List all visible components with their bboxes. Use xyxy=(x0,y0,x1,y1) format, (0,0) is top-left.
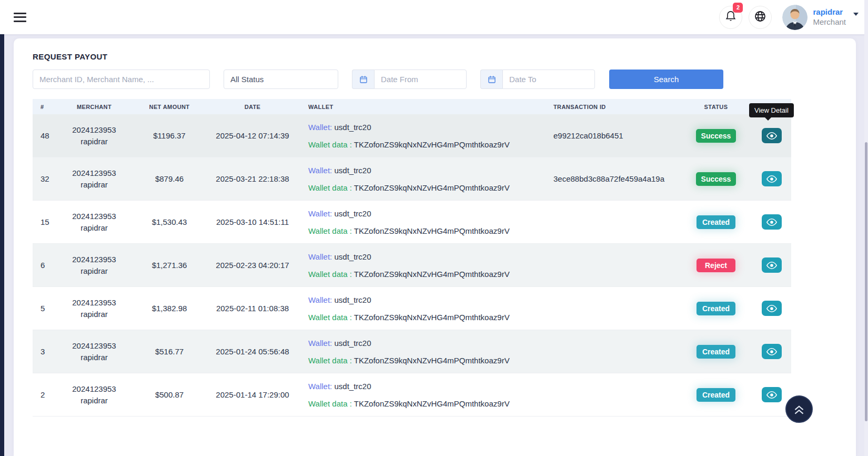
header-txn: TRANSACTION ID xyxy=(548,104,680,110)
merchant-id: 2024123953 xyxy=(56,254,133,265)
row-cell-wallet: Wallet: usdt_trc20 Wallet data : TKZofon… xyxy=(299,378,548,412)
wallet-value: usdt_trc20 xyxy=(334,382,371,391)
row-cell-actions xyxy=(752,257,791,273)
page-scrollbar[interactable] xyxy=(864,0,868,456)
row-cell-merchant: 2024123953 rapidrar xyxy=(56,167,133,191)
table-body: 48 2024123953 rapidrar $1196.37 2025-04-… xyxy=(33,114,791,417)
wallet-data-label: Wallet data : xyxy=(308,140,352,149)
row-cell-wallet: Wallet: usdt_trc20 Wallet data : TKZofon… xyxy=(299,291,548,326)
header-amount: NET AMOUNT xyxy=(133,104,206,110)
notifications-button[interactable]: 2 xyxy=(719,6,742,29)
status-select[interactable]: All Status xyxy=(224,70,338,89)
row-cell-status: Success xyxy=(680,172,752,186)
search-button[interactable]: Search xyxy=(609,70,723,89)
row-cell-date: 2025-04-12 07:14:39 xyxy=(206,131,299,140)
table-row: 6 2024123953 rapidrar $1,271.36 2025-02-… xyxy=(33,244,791,287)
view-detail-button[interactable] xyxy=(762,301,782,316)
filter-bar: All Status Search xyxy=(33,70,856,89)
globe-icon xyxy=(754,10,766,25)
header-date: DATE xyxy=(206,104,299,110)
row-cell-wallet: Wallet: usdt_trc20 Wallet data : TKZofon… xyxy=(299,334,548,369)
eye-icon xyxy=(766,132,777,140)
merchant-name: rapidrar xyxy=(56,265,133,277)
view-detail-button[interactable] xyxy=(762,344,782,359)
top-navbar: 2 xyxy=(0,0,868,34)
merchant-id: 2024123953 xyxy=(56,167,133,179)
row-cell-amount: $1,271.36 xyxy=(133,261,206,270)
merchant-name: rapidrar xyxy=(56,179,133,191)
scrollbar-thumb[interactable] xyxy=(865,142,867,421)
merchant-name: rapidrar xyxy=(56,222,133,234)
wallet-data-value: TKZofonZS9kqNxNZvHG4mPQmthtkoaz9rV xyxy=(354,399,510,408)
row-cell-wallet: Wallet: usdt_trc20 Wallet data : TKZofon… xyxy=(299,118,548,153)
user-menu[interactable]: rapidrar Merchant xyxy=(782,5,859,30)
view-detail-button[interactable] xyxy=(762,257,782,273)
wallet-label: Wallet: xyxy=(308,382,332,391)
row-cell-amount: $879.46 xyxy=(133,174,206,183)
language-button[interactable] xyxy=(749,6,772,29)
row-cell-id: 5 xyxy=(33,304,56,313)
status-badge: Success xyxy=(696,129,736,143)
view-detail-tooltip: View Detail xyxy=(749,103,794,117)
date-from-input[interactable] xyxy=(374,70,467,89)
wallet-data-value: TKZofonZS9kqNxNZvHG4mPQmthtkoaz9rV xyxy=(354,313,510,322)
row-cell-date: 2025-02-11 01:08:38 xyxy=(206,304,299,313)
wallet-data-value: TKZofonZS9kqNxNZvHG4mPQmthtkoaz9rV xyxy=(354,140,510,149)
row-cell-amount: $1,530.43 xyxy=(133,217,206,226)
scroll-to-top-button[interactable] xyxy=(785,395,813,423)
row-cell-actions xyxy=(752,301,791,316)
view-detail-button[interactable] xyxy=(762,128,782,143)
eye-icon xyxy=(766,348,777,356)
row-cell-status: Created xyxy=(680,302,752,315)
table-row: 48 2024123953 rapidrar $1196.37 2025-04-… xyxy=(33,114,791,157)
merchant-id: 2024123953 xyxy=(56,211,133,222)
merchant-name: rapidrar xyxy=(56,395,133,407)
row-cell-merchant: 2024123953 rapidrar xyxy=(56,297,133,320)
header-id: # xyxy=(33,104,56,110)
row-cell-date: 2025-01-14 17:29:00 xyxy=(206,390,299,399)
user-role: Merchant xyxy=(813,17,846,27)
view-detail-button[interactable] xyxy=(762,387,782,402)
wallet-value: usdt_trc20 xyxy=(334,339,371,348)
row-cell-id: 48 xyxy=(33,131,56,140)
row-cell-merchant: 2024123953 rapidrar xyxy=(56,340,133,363)
row-cell-actions xyxy=(752,387,791,402)
wallet-data-value: TKZofonZS9kqNxNZvHG4mPQmthtkoaz9rV xyxy=(354,226,510,235)
row-cell-status: Success xyxy=(680,129,752,143)
status-badge: Created xyxy=(697,215,735,229)
view-detail-button[interactable] xyxy=(762,171,782,186)
wallet-label: Wallet: xyxy=(308,339,332,348)
row-cell-transaction-id: 3ece88bd3c88a72fe459a4a19a xyxy=(548,174,680,183)
row-cell-wallet: Wallet: usdt_trc20 Wallet data : TKZofon… xyxy=(299,248,548,283)
header-merchant: MERCHANT xyxy=(56,104,133,110)
row-cell-actions xyxy=(752,344,791,359)
wallet-data-value: TKZofonZS9kqNxNZvHG4mPQmthtkoaz9rV xyxy=(354,270,510,279)
wallet-value: usdt_trc20 xyxy=(334,209,371,218)
header-status: STATUS xyxy=(680,104,752,110)
table-row: 3 2024123953 rapidrar $516.77 2025-01-24… xyxy=(33,330,791,373)
eye-icon xyxy=(766,218,777,226)
collapsed-sidebar xyxy=(0,34,4,456)
row-cell-amount: $516.77 xyxy=(133,347,206,356)
date-from-group xyxy=(352,70,467,89)
wallet-data-label: Wallet data : xyxy=(308,313,352,322)
status-badge: Success xyxy=(696,172,736,186)
row-cell-status: Created xyxy=(680,345,752,359)
status-badge: Reject xyxy=(697,259,735,272)
date-to-input[interactable] xyxy=(502,70,595,89)
row-cell-merchant: 2024123953 rapidrar xyxy=(56,254,133,277)
payout-table: # MERCHANT NET AMOUNT DATE WALLET TRANSA… xyxy=(33,99,791,417)
wallet-data-value: TKZofonZS9kqNxNZvHG4mPQmthtkoaz9rV xyxy=(354,183,510,192)
row-cell-date: 2025-01-24 05:56:48 xyxy=(206,347,299,356)
status-badge: Created xyxy=(697,302,735,315)
row-cell-actions xyxy=(752,171,791,186)
row-cell-actions xyxy=(752,128,791,143)
wallet-value: usdt_trc20 xyxy=(334,166,371,175)
row-cell-status: Reject xyxy=(680,259,752,272)
view-detail-button[interactable] xyxy=(762,214,782,230)
row-cell-date: 2025-03-10 14:51:11 xyxy=(206,217,299,226)
merchant-search-input[interactable] xyxy=(33,70,210,89)
hamburger-menu-icon[interactable] xyxy=(14,13,26,22)
merchant-id: 2024123953 xyxy=(56,383,133,395)
wallet-data-label: Wallet data : xyxy=(308,183,352,192)
